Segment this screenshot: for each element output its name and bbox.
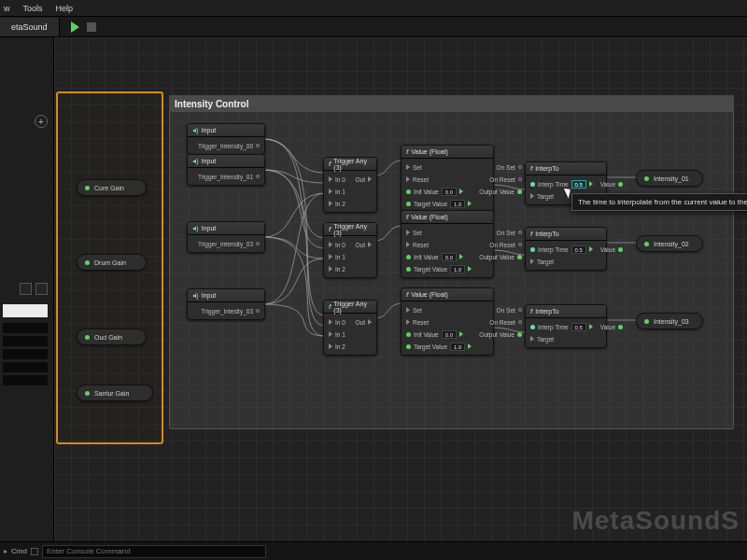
node-interp-2[interactable]: f InterpTo Interp Time0.5 Target Value — [525, 304, 607, 348]
node-title: Value (Float) — [411, 214, 448, 220]
pin-value[interactable]: Value — [600, 245, 623, 254]
pin-reset[interactable]: Reset — [406, 240, 472, 249]
list-item[interactable] — [3, 375, 48, 385]
pin-in-2[interactable]: In 2 — [329, 199, 345, 208]
pin-on-set[interactable]: On Set — [479, 228, 521, 237]
pin-value[interactable]: Value — [600, 179, 623, 189]
panel-icon-b[interactable] — [35, 283, 48, 295]
menu-tools[interactable]: Tools — [23, 4, 43, 13]
pin-reset[interactable]: Reset — [406, 317, 472, 327]
pin-value[interactable]: Value — [600, 322, 623, 331]
dropdown-icon[interactable] — [31, 548, 38, 555]
menu-view[interactable]: w — [4, 4, 10, 13]
node-interp-1[interactable]: f InterpTo Interp Time0.5 Target Value — [525, 227, 607, 271]
node-input-2[interactable]: ◂) Input Trigger_Intensity_03 — [187, 221, 265, 253]
pin-in-2[interactable]: In 2 — [329, 342, 345, 351]
node-trigger-any-1[interactable]: f Trigger Any (3) In 0 In 1 In 2 Out — [323, 222, 377, 278]
pill-drum-gain[interactable]: Drum Gain — [77, 254, 147, 271]
play-icon[interactable] — [71, 21, 79, 33]
pin-init-value[interactable]: Init Value0.0 — [406, 252, 472, 261]
tab-metasound[interactable]: etaSound — [0, 18, 60, 36]
list-item[interactable] — [3, 362, 48, 372]
pin-set[interactable]: Set — [406, 228, 472, 237]
node-value-float-1[interactable]: f Value (Float) Set Reset Init Value0.0 … — [401, 210, 494, 278]
pin-in-1[interactable]: In 1 — [329, 252, 345, 261]
node-title: Input — [202, 158, 217, 164]
pill-output-1[interactable]: Intensity_02 — [636, 235, 703, 252]
node-header: f InterpTo — [526, 228, 606, 241]
exec-pin-icon — [406, 176, 410, 182]
pin-out[interactable]: Trigger_Intensity_00 — [192, 141, 260, 150]
pin-out[interactable]: Out — [356, 240, 372, 249]
pin-set[interactable]: Set — [406, 162, 472, 172]
node-title: InterpTo — [535, 231, 558, 237]
pin-out[interactable]: Trigger_Intesity_03 — [192, 306, 260, 315]
pin-out[interactable]: Out — [356, 317, 372, 327]
pin-output-value[interactable]: Output Value — [479, 329, 521, 339]
console-input[interactable] — [42, 545, 266, 558]
node-input-1[interactable]: ◂) Input Trigger_Intensity_01 — [187, 154, 265, 186]
list-item[interactable] — [3, 336, 48, 346]
pin-on-reset[interactable]: On Reset — [479, 317, 521, 327]
pill-santur-gain[interactable]: Santur Gain — [77, 385, 153, 401]
pin-dot-icon — [518, 243, 522, 246]
pin-out[interactable]: Out — [356, 175, 372, 184]
pin-in-0[interactable]: In 0 — [329, 175, 345, 184]
pin-interp-time[interactable]: Interp Time0.5 — [530, 179, 593, 189]
pin-target-value[interactable]: Target Value1.0 — [406, 264, 472, 273]
pin-init-value[interactable]: Init Value0.0 — [406, 187, 472, 196]
pin-dot-icon — [518, 320, 522, 324]
pin-on-set[interactable]: On Set — [479, 305, 521, 315]
pill-output-0[interactable]: Intensity_01 — [636, 170, 703, 187]
graph-canvas[interactable]: Core Gain Drum Gain Oud Gain Santur Gain… — [54, 37, 747, 541]
menu-help[interactable]: Help — [56, 4, 74, 13]
pin-out[interactable]: Trigger_Intensity_01 — [192, 172, 260, 181]
pill-output-2[interactable]: Intensity_03 — [636, 313, 703, 329]
pin-on-set[interactable]: On Set — [479, 162, 521, 172]
pin-in-2[interactable]: In 2 — [329, 264, 345, 273]
pill-oud-gain[interactable]: Oud Gain — [77, 329, 147, 345]
pin-target-value[interactable]: Target Value1.0 — [406, 199, 472, 208]
pin-target-value[interactable]: Target Value1.0 — [406, 342, 472, 351]
function-icon: f — [530, 165, 532, 172]
pin-dot-icon — [517, 255, 522, 259]
pin-out[interactable]: Trigger_Intensity_03 — [192, 239, 260, 248]
list-item[interactable] — [3, 349, 48, 359]
pin-output-value[interactable]: Output Value — [479, 252, 521, 261]
node-value-float-2[interactable]: f Value (Float) Set Reset Init Value0.0 … — [401, 287, 494, 356]
pin-set[interactable]: Set — [406, 305, 472, 315]
panel-icon-a[interactable] — [20, 283, 32, 295]
pin-dot-icon — [518, 177, 522, 181]
pin-in-1[interactable]: In 1 — [329, 329, 345, 339]
pin-in-1[interactable]: In 1 — [329, 187, 345, 196]
tooltip: The time to interpolate from the current… — [571, 193, 747, 211]
node-title: InterpTo — [535, 165, 558, 172]
field-slot[interactable] — [3, 304, 48, 317]
node-trigger-any-0[interactable]: f Trigger Any (3) In 0 In 1 In 2 Out — [323, 157, 377, 213]
dropdown-icon — [589, 324, 593, 329]
node-input-0[interactable]: ◂) Input Trigger_Intensity_00 — [187, 123, 265, 155]
pin-reset[interactable]: Reset — [406, 175, 472, 184]
pin-on-reset[interactable]: On Reset — [479, 175, 521, 184]
node-value-float-0[interactable]: f Value (Float) Set Reset Init Value0.0 … — [401, 145, 494, 213]
list-item[interactable] — [3, 323, 48, 333]
stop-icon[interactable] — [87, 22, 96, 32]
pin-on-reset[interactable]: On Reset — [479, 240, 521, 249]
exec-pin-icon — [530, 336, 534, 342]
add-icon[interactable]: + — [35, 115, 48, 128]
pin-in-0[interactable]: In 0 — [329, 317, 345, 327]
pin-interp-time[interactable]: Interp Time0.5 — [530, 322, 593, 331]
pin-interp-time[interactable]: Interp Time0.5 — [530, 245, 593, 254]
exec-pin-icon — [329, 266, 332, 272]
exec-pin-icon — [329, 254, 332, 259]
pin-dot-icon — [256, 144, 260, 147]
node-trigger-any-2[interactable]: f Trigger Any (3) In 0 In 1 In 2 Out — [323, 300, 377, 356]
pin-target[interactable]: Target — [530, 257, 593, 266]
pin-output-value[interactable]: Output Value — [479, 187, 521, 196]
node-header: f Value (Float) — [402, 146, 493, 159]
pin-target[interactable]: Target — [530, 334, 593, 343]
pill-core-gain[interactable]: Core Gain — [77, 179, 147, 196]
pin-init-value[interactable]: Init Value0.0 — [406, 329, 472, 339]
pin-in-0[interactable]: In 0 — [329, 240, 345, 249]
node-input-3[interactable]: ◂) Input Trigger_Intesity_03 — [187, 288, 265, 320]
